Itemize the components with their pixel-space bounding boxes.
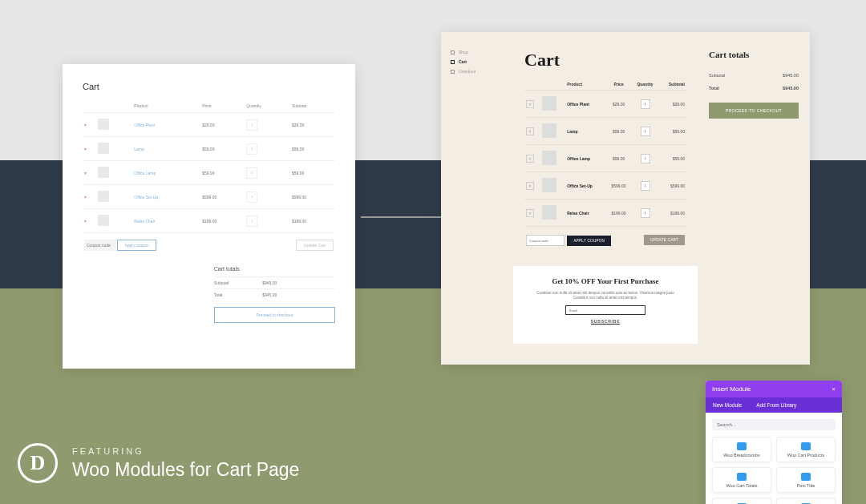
col-product: Product [132, 99, 200, 113]
promo-block: Get 10% OFF Your First Purchase Curabitu… [513, 266, 698, 344]
table-row: ×Office Set-Up$599.001$599.00 [83, 185, 335, 209]
nav-cart[interactable]: Cart [451, 59, 504, 64]
subtotal-cell: $59.00 [290, 161, 335, 185]
nav-shop[interactable]: Shop [451, 50, 504, 54]
product-link[interactable]: Office Lamp [134, 171, 156, 175]
apply-coupon-button[interactable]: APPLY COUPON [567, 236, 611, 246]
tab-add-from-library[interactable]: Add From Library [749, 397, 803, 413]
coupon-input[interactable] [84, 240, 116, 251]
table-row: ×Relax Chair$199.001$199.00 [524, 200, 686, 227]
promo-title: Get 10% OFF Your First Purchase [531, 277, 680, 287]
remove-icon[interactable]: × [526, 100, 534, 108]
promo-text: Curabitur non nulla sit amet nisl tempus… [531, 291, 680, 301]
subtotal-label: Subtotal [214, 280, 262, 285]
panel-title: Insert Module [712, 385, 751, 393]
apply-coupon-button[interactable]: Apply coupon [117, 240, 156, 251]
remove-icon[interactable]: × [84, 195, 87, 200]
product-thumb [98, 119, 109, 130]
qty-input[interactable]: 1 [641, 127, 650, 136]
product-link[interactable]: Office Set-Up [134, 195, 158, 200]
module-icon [801, 473, 811, 481]
subtotal-cell: $29.00 [659, 91, 686, 118]
qty-input[interactable]: 1 [246, 216, 257, 227]
insert-module-panel: Insert Module × New Module Add From Libr… [706, 381, 842, 504]
product-thumb [98, 143, 109, 154]
price-cell: $59.00 [606, 145, 631, 172]
module-woo-notice[interactable]: Woo Notice [776, 498, 836, 504]
total-label: Total [214, 292, 262, 297]
remove-icon[interactable]: × [84, 147, 87, 151]
product-thumb [542, 178, 556, 192]
price-cell: $199.00 [200, 209, 245, 233]
col-quantity: Quantity [245, 99, 290, 113]
product-thumb [542, 96, 556, 111]
price-cell: $59.00 [200, 137, 245, 161]
module-woo-cart-products[interactable]: Woo Cart Products [776, 437, 836, 462]
module-woo-cross-sells[interactable]: Woo Cross Sells [712, 498, 771, 504]
col-product: Product [565, 79, 606, 91]
table-row: ×Office Lamp$59.001$59.00 [83, 161, 335, 185]
close-icon[interactable]: × [832, 385, 836, 393]
col-subtotal: Subtotal [290, 99, 335, 113]
module-icon [737, 442, 747, 450]
price-cell: $199.00 [606, 200, 631, 227]
module-woo-breadcrumbs[interactable]: Woo Breadcrumbs [712, 437, 771, 462]
nav-checkout[interactable]: Checkout [451, 69, 504, 74]
subtotal-cell: $59.00 [659, 118, 686, 145]
module-post-title[interactable]: Post Title [776, 467, 836, 493]
coupon-input[interactable] [526, 235, 565, 246]
remove-icon[interactable]: × [526, 209, 534, 217]
qty-input[interactable]: 1 [641, 181, 650, 191]
product-link[interactable]: Relax Chair [567, 211, 589, 216]
email-input[interactable] [565, 305, 645, 315]
subtotal-value: $945.00 [262, 280, 277, 285]
cart-after-card: Shop Cart Checkout Cart Product Price Qu… [441, 32, 810, 365]
cart-before-card: Cart Product Price Quantity Subtotal ×Of… [63, 64, 355, 369]
proceed-checkout-button[interactable]: Proceed to checkout [214, 307, 335, 323]
remove-icon[interactable]: × [526, 127, 534, 135]
totals-title: Cart totals [214, 266, 335, 272]
module-search-input[interactable] [712, 419, 836, 430]
feature-title: Woo Modules for Cart Page [72, 459, 299, 481]
remove-icon[interactable]: × [526, 182, 534, 190]
table-row: ×Lamp$59.001$59.00 [524, 118, 686, 145]
table-row: ×Office Plant$29.001$29.00 [83, 113, 335, 137]
qty-input[interactable]: 1 [246, 143, 257, 155]
side-nav: Shop Cart Checkout [441, 32, 513, 365]
subtotal-value: $945.00 [783, 73, 799, 78]
subtotal-cell: $599.00 [290, 185, 335, 209]
qty-input[interactable]: 1 [641, 154, 650, 163]
remove-icon[interactable]: × [84, 123, 87, 127]
product-link[interactable]: Office Lamp [567, 156, 590, 161]
update-cart-button[interactable]: UPDATE CART [644, 235, 685, 245]
product-link[interactable]: Relax Chair [134, 219, 155, 224]
qty-input[interactable]: 1 [246, 119, 257, 131]
qty-input[interactable]: 1 [641, 208, 650, 218]
price-cell: $29.00 [200, 113, 245, 137]
totals-title: Cart totals [709, 50, 799, 59]
remove-icon[interactable]: × [84, 219, 87, 224]
subscribe-button[interactable]: SUBSCRIBE [591, 319, 621, 325]
qty-input[interactable]: 1 [246, 192, 257, 203]
subtotal-cell: $599.00 [659, 172, 686, 200]
product-link[interactable]: Office Plant [567, 102, 589, 107]
checkout-icon [451, 70, 455, 74]
remove-icon[interactable]: × [84, 171, 87, 175]
qty-input[interactable]: 1 [246, 167, 257, 179]
subtotal-cell: $199.00 [659, 200, 686, 227]
module-woo-cart-totals[interactable]: Woo Cart Totals [712, 467, 771, 493]
price-cell: $599.00 [606, 172, 631, 200]
update-cart-button[interactable]: Update Cart [296, 240, 334, 251]
divi-logo-icon: D [18, 443, 58, 483]
product-link[interactable]: Office Set-Up [567, 183, 593, 188]
proceed-checkout-button[interactable]: PROCEED TO CHECKOUT [709, 103, 799, 119]
product-link[interactable]: Lamp [567, 129, 577, 134]
module-icon [801, 442, 811, 450]
cart-table: Product Price Quantity Subtotal ×Office … [524, 79, 686, 252]
product-link[interactable]: Office Plant [134, 123, 155, 127]
feature-title-block: D FEATURING Woo Modules for Cart Page [18, 443, 299, 483]
tab-new-module[interactable]: New Module [706, 397, 749, 413]
remove-icon[interactable]: × [526, 155, 534, 163]
product-link[interactable]: Lamp [134, 147, 144, 151]
qty-input[interactable]: 1 [641, 99, 650, 109]
